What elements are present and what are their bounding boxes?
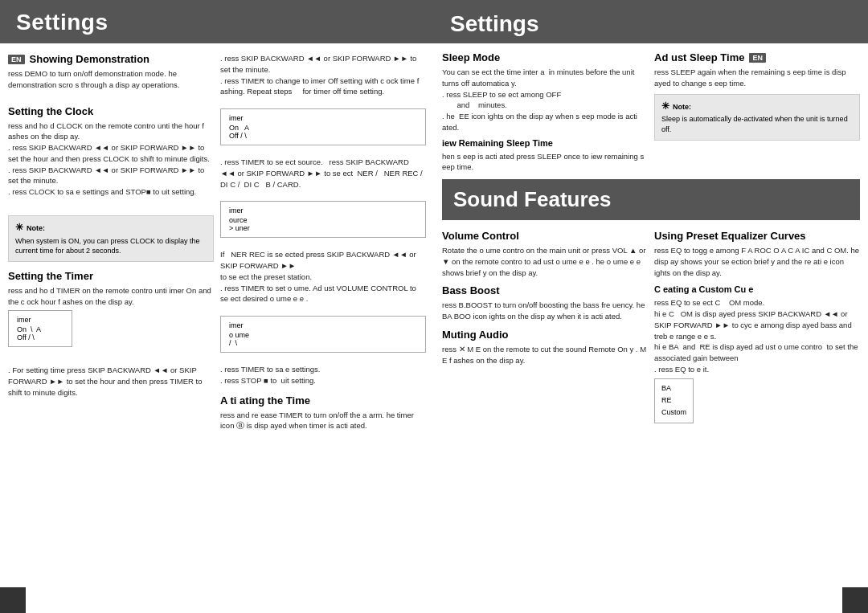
timer-diagram2: imer On A Off / \ xyxy=(220,108,426,145)
preset-eq-text: ress EQ to togg e among F A ROC O A C A … xyxy=(654,245,860,278)
col2-text1: . ress SKIP BACKWARD ◄◄ or SKIP FORWARD … xyxy=(220,53,426,97)
col2-text4: . ress TIMER to sa e settings. . ress ST… xyxy=(220,364,426,386)
bottom-right-col: Using Preset Equalizer Curves ress EQ to… xyxy=(654,230,860,605)
timer-diagram3: imer ource > uner xyxy=(220,201,426,238)
activating-text: ress and re ease TIMER to turn on/off th… xyxy=(220,410,426,432)
remaining-sleep-section: iew Remaining Sleep Time hen s eep is ac… xyxy=(442,138,648,174)
sleep-mode-title: Sleep Mode xyxy=(442,51,648,63)
left-col2: . ress SKIP BACKWARD ◄◄ or SKIP FORWARD … xyxy=(220,53,426,605)
left-page-header: Settings xyxy=(0,0,434,43)
muting-title: Muting Audio xyxy=(442,329,648,341)
preset-eq-title: Using Preset Equalizer Curves xyxy=(654,230,860,242)
black-square-bottom-left xyxy=(0,587,26,613)
note-icon-right: ✳ xyxy=(661,100,669,113)
showing-demo-section: EN Showing Demonstration ress DEMO to tu… xyxy=(8,53,214,91)
timer-section: Setting the Timer ress and ho d TIMER on… xyxy=(8,270,214,351)
adjust-sleep-text: ress SLEEP again when the remaining s ee… xyxy=(654,67,860,89)
left-page: Settings EN Showing Demonstration ress D… xyxy=(0,0,434,613)
note-box-right: ✳Note: Sleep is automatically de-activat… xyxy=(654,94,860,141)
eq-row-ba: BA xyxy=(661,382,686,394)
volume-section: Volume Control Rotate the o ume contro o… xyxy=(442,230,648,278)
eq-row-re: RE xyxy=(661,394,686,407)
muting-text: ress ✕ M E on the remote to cut the soun… xyxy=(442,344,648,366)
left-title: Settings xyxy=(16,10,108,35)
remaining-sleep-text: hen s eep is acti ated press SLEEP once … xyxy=(442,151,648,174)
timer-diagram1: imer On \ A Off / \ xyxy=(8,310,72,347)
sleep-mode-col: Sleep Mode You can se ect the time inter… xyxy=(442,51,648,173)
eq-row-custom: Custom xyxy=(661,407,686,419)
custom-curve-title: C eating a Custom Cu e xyxy=(654,284,860,294)
bass-boost-title: Bass Boost xyxy=(442,284,648,296)
timer-diagram4: imer o ume / \ xyxy=(220,316,426,353)
col2-text3: If NER REC is se ected press SKIP BACKWA… xyxy=(220,249,426,304)
timer-extra-text: . For setting time press SKIP BACKWARD ◄… xyxy=(8,365,214,398)
adjust-sleep-col: Ad ust Sleep Time EN ress SLEEP again wh… xyxy=(654,51,860,173)
muting-section: Muting Audio ress ✕ M E on the remote to… xyxy=(442,329,648,366)
bass-boost-text: ress B.BOOST to turn on/off boosting the… xyxy=(442,300,648,322)
timer-title: Setting the Timer xyxy=(8,270,214,282)
right-bottom: Volume Control Rotate the o ume contro o… xyxy=(434,223,868,613)
en-badge-right: EN xyxy=(749,53,766,63)
activating-title: A ti ating the Time xyxy=(220,394,426,407)
showing-demo-title: EN Showing Demonstration xyxy=(8,53,214,65)
black-square-bottom-right xyxy=(842,587,868,613)
right-page: Settings Sleep Mode You can se ect the t… xyxy=(434,0,868,613)
clock-text: ress and ho d CLOCK on the remote contro… xyxy=(8,121,214,198)
left-col1: EN Showing Demonstration ress DEMO to tu… xyxy=(8,53,214,605)
volume-title: Volume Control xyxy=(442,230,648,242)
sleep-mode-text: You can se ect the time inter a in minut… xyxy=(442,67,648,133)
equalizer-table: BA RE Custom xyxy=(654,378,694,423)
note-box-left: ✳Note: When system is ON, you can press … xyxy=(8,215,214,262)
activating-section: A ti ating the Time ress and re ease TIM… xyxy=(220,394,426,432)
right-title: Settings xyxy=(450,11,538,36)
col2-text2: . ress TIMER to se ect source. ress SKIP… xyxy=(220,157,426,190)
preset-eq-section: Using Preset Equalizer Curves ress EQ to… xyxy=(654,230,860,278)
volume-text: Rotate the o ume contro on the main unit… xyxy=(442,245,648,278)
showing-demo-text: ress DEMO to turn on/off demonstration m… xyxy=(8,68,214,91)
bottom-left-col: Volume Control Rotate the o ume contro o… xyxy=(442,230,648,605)
remaining-sleep-title: iew Remaining Sleep Time xyxy=(442,138,648,148)
bass-boost-section: Bass Boost ress B.BOOST to turn on/off b… xyxy=(442,284,648,322)
note-icon: ✳ xyxy=(15,221,23,235)
sound-features-header: Sound Features xyxy=(442,179,860,220)
clock-section: Setting the Clock ress and ho d CLOCK on… xyxy=(8,105,214,198)
timer-text: ress and ho d TIMER on the remote contro… xyxy=(8,285,214,308)
right-page-header: Settings xyxy=(434,0,868,43)
custom-curve-section: C eating a Custom Cu e ress EQ to se ect… xyxy=(654,284,860,423)
en-badge-left: EN xyxy=(8,55,25,64)
clock-title: Setting the Clock xyxy=(8,105,214,117)
adjust-sleep-title: Ad ust Sleep Time EN xyxy=(654,51,860,63)
right-top: Sleep Mode You can se ect the time inter… xyxy=(434,43,868,176)
custom-curve-text: ress EQ to se ect C OM mode. hi e C OM i… xyxy=(654,297,860,374)
